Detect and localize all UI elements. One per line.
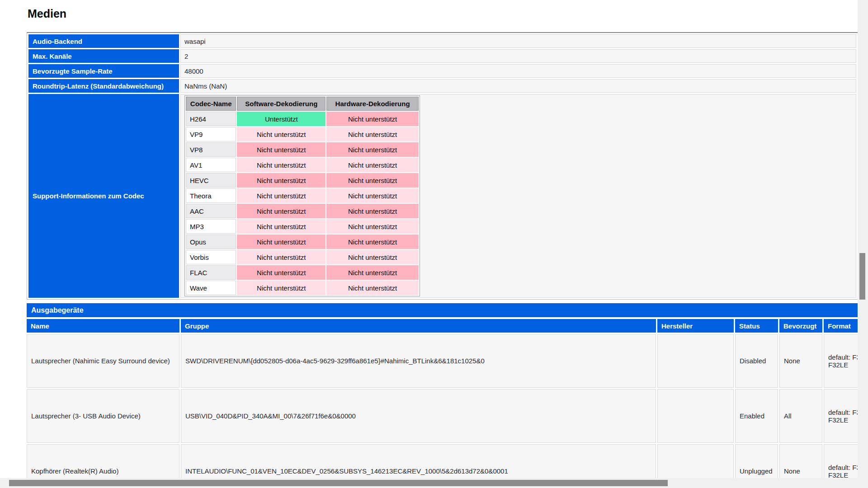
output-devices-section: Ausgabegeräte Name Gruppe Hersteller Sta… bbox=[27, 303, 868, 488]
codec-row: VP8Nicht unterstütztNicht unterstützt bbox=[186, 142, 419, 157]
info-value-audio-backend: wasapi bbox=[180, 34, 856, 48]
software-decode-status: Nicht unterstützt bbox=[237, 265, 326, 280]
device-row: Lautsprecher (3- USB Audio Device)USB\VI… bbox=[27, 389, 868, 443]
devices-header-status: Status bbox=[735, 319, 778, 333]
info-row: Max. Kanäle 2 bbox=[28, 49, 856, 63]
output-devices-table: Name Gruppe Hersteller Status Bevorzugt … bbox=[25, 318, 868, 488]
hardware-decode-status: Nicht unterstützt bbox=[326, 142, 419, 157]
info-value-sample-rate: 48000 bbox=[180, 64, 856, 78]
codec-row: TheoraNicht unterstütztNicht unterstützt bbox=[186, 188, 419, 203]
info-label-sample-rate: Bevorzugte Sample-Rate bbox=[28, 64, 179, 78]
codec-name-cell: MP3 bbox=[186, 219, 236, 234]
codec-row: OpusNicht unterstütztNicht unterstützt bbox=[186, 235, 419, 249]
software-decode-status: Nicht unterstützt bbox=[237, 142, 326, 157]
software-decode-status: Unterstützt bbox=[237, 112, 326, 126]
software-decode-status: Nicht unterstützt bbox=[237, 204, 326, 218]
info-row: Bevorzugte Sample-Rate 48000 bbox=[28, 64, 856, 78]
devices-header-preferred: Bevorzugt bbox=[779, 319, 822, 333]
codec-row: VorbisNicht unterstütztNicht unterstützt bbox=[186, 250, 419, 264]
codec-row: WaveNicht unterstütztNicht unterstützt bbox=[186, 281, 419, 295]
hardware-decode-status: Nicht unterstützt bbox=[326, 158, 419, 172]
codec-name-cell: Wave bbox=[186, 281, 236, 295]
codec-name-cell: AV1 bbox=[186, 158, 236, 172]
info-value-roundtrip-latency: NaNms (NaN) bbox=[180, 79, 856, 93]
codec-name-cell: VP8 bbox=[186, 142, 236, 157]
hardware-decode-status: Nicht unterstützt bbox=[326, 127, 419, 141]
device-status-cell: Disabled bbox=[735, 334, 778, 388]
devices-header-group: Gruppe bbox=[181, 319, 656, 333]
software-decode-status: Nicht unterstützt bbox=[237, 127, 326, 141]
vertical-scrollbar-thumb[interactable] bbox=[859, 253, 865, 300]
codec-name-cell: Theora bbox=[186, 188, 236, 203]
software-decode-status: Nicht unterstützt bbox=[237, 188, 326, 203]
software-decode-status: Nicht unterstützt bbox=[237, 219, 326, 234]
device-name-cell: Lautsprecher (Nahimic Easy Surround devi… bbox=[27, 334, 179, 388]
codec-row: H264UnterstütztNicht unterstützt bbox=[186, 112, 419, 126]
info-label-roundtrip-latency: Roundtrip-Latenz (Standardabweichung) bbox=[28, 79, 179, 93]
codec-support-label: Support-Informationen zum Codec bbox=[28, 94, 179, 298]
codec-name-cell: Vorbis bbox=[186, 250, 236, 264]
codec-name-cell: AAC bbox=[186, 204, 236, 218]
device-group-cell: USB\VID_040D&PID_340A&MI_00\7&26f71f6e&0… bbox=[181, 389, 656, 443]
info-row: Audio-Backend wasapi bbox=[28, 34, 856, 48]
codec-header-name: Codec-Name bbox=[186, 97, 236, 111]
codec-name-cell: VP9 bbox=[186, 127, 236, 141]
hardware-decode-status: Nicht unterstützt bbox=[326, 173, 419, 188]
devices-table-body: Lautsprecher (Nahimic Easy Surround devi… bbox=[27, 334, 868, 488]
codec-row: AACNicht unterstütztNicht unterstützt bbox=[186, 204, 419, 218]
page-title: Medien bbox=[28, 7, 66, 20]
hardware-decode-status: Nicht unterstützt bbox=[326, 250, 419, 264]
codec-row: AV1Nicht unterstütztNicht unterstützt bbox=[186, 158, 419, 172]
device-row: Lautsprecher (Nahimic Easy Surround devi… bbox=[27, 334, 868, 388]
codec-name-cell: HEVC bbox=[186, 173, 236, 188]
devices-header-row: Name Gruppe Hersteller Status Bevorzugt … bbox=[27, 319, 868, 333]
media-info-table-container: Audio-Backend wasapi Max. Kanäle 2 Bevor… bbox=[27, 32, 858, 300]
info-value-max-channels: 2 bbox=[180, 49, 856, 63]
output-devices-section-header: Ausgabegeräte bbox=[27, 303, 868, 317]
hardware-decode-status: Nicht unterstützt bbox=[326, 235, 419, 249]
software-decode-status: Nicht unterstützt bbox=[237, 235, 326, 249]
device-group-cell: SWD\DRIVERENUM\{dd052805-d06a-4ac5-9629-… bbox=[181, 334, 656, 388]
devices-header-vendor: Hersteller bbox=[657, 319, 734, 333]
codec-header-software: Software-Dekodierung bbox=[237, 97, 326, 111]
hardware-decode-status: Nicht unterstützt bbox=[326, 204, 419, 218]
device-preferred-cell: None bbox=[779, 334, 822, 388]
codec-row: MP3Nicht unterstütztNicht unterstützt bbox=[186, 219, 419, 234]
software-decode-status: Nicht unterstützt bbox=[237, 281, 326, 295]
horizontal-scrollbar-thumb[interactable] bbox=[9, 480, 668, 486]
codec-row: HEVCNicht unterstütztNicht unterstützt bbox=[186, 173, 419, 188]
hardware-decode-status: Nicht unterstützt bbox=[326, 265, 419, 280]
codec-table: Codec-Name Software-Dekodierung Hardware… bbox=[184, 95, 420, 296]
devices-header-name: Name bbox=[27, 319, 179, 333]
codec-row: FLACNicht unterstütztNicht unterstützt bbox=[186, 265, 419, 280]
device-vendor-cell bbox=[657, 389, 734, 443]
info-label-max-channels: Max. Kanäle bbox=[28, 49, 179, 63]
device-vendor-cell bbox=[657, 334, 734, 388]
hardware-decode-status: Nicht unterstützt bbox=[326, 219, 419, 234]
codec-row: VP9Nicht unterstütztNicht unterstützt bbox=[186, 127, 419, 141]
software-decode-status: Nicht unterstützt bbox=[237, 158, 326, 172]
hardware-decode-status: Nicht unterstützt bbox=[326, 112, 419, 126]
codec-header-row: Codec-Name Software-Dekodierung Hardware… bbox=[186, 97, 419, 111]
device-name-cell: Lautsprecher (3- USB Audio Device) bbox=[27, 389, 179, 443]
info-label-audio-backend: Audio-Backend bbox=[28, 34, 179, 48]
device-status-cell: Enabled bbox=[735, 389, 778, 443]
info-row: Roundtrip-Latenz (Standardabweichung) Na… bbox=[28, 79, 856, 93]
vertical-scrollbar-track[interactable] bbox=[858, 0, 868, 488]
software-decode-status: Nicht unterstützt bbox=[237, 250, 326, 264]
codec-support-row: Support-Informationen zum Codec Codec-Na… bbox=[28, 94, 856, 298]
codec-name-cell: H264 bbox=[186, 112, 236, 126]
codec-table-body: H264UnterstütztNicht unterstütztVP9Nicht… bbox=[186, 112, 419, 295]
codec-support-cell: Codec-Name Software-Dekodierung Hardware… bbox=[180, 94, 856, 298]
software-decode-status: Nicht unterstützt bbox=[237, 173, 326, 188]
codec-name-cell: Opus bbox=[186, 235, 236, 249]
device-preferred-cell: All bbox=[779, 389, 822, 443]
codec-header-hardware: Hardware-Dekodierung bbox=[326, 97, 419, 111]
media-info-table: Audio-Backend wasapi Max. Kanäle 2 Bevor… bbox=[27, 33, 858, 299]
hardware-decode-status: Nicht unterstützt bbox=[326, 188, 419, 203]
codec-name-cell: FLAC bbox=[186, 265, 236, 280]
hardware-decode-status: Nicht unterstützt bbox=[326, 281, 419, 295]
